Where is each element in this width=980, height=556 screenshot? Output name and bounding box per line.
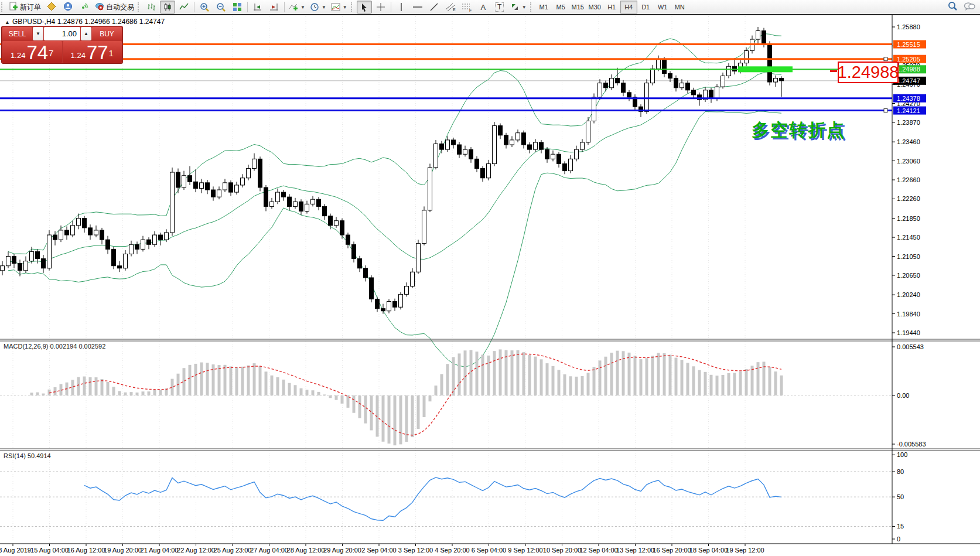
zoom-out-icon [216,2,226,12]
tab-timeframe-w1[interactable]: W1 [654,1,671,13]
tab-timeframe-mn[interactable]: MN [671,1,688,13]
crosshair-icon [376,2,385,12]
candlestick-chart-button[interactable] [160,1,175,13]
svg-text:10 Sep 20:00: 10 Sep 20:00 [543,547,581,554]
tab-timeframe-m15[interactable]: M15 [569,1,586,13]
text-tool-button[interactable]: A [476,1,491,13]
metaeditor-button[interactable] [44,1,59,13]
line-chart-icon [179,2,189,12]
toolbar-separator [247,2,248,12]
line-chart-button[interactable] [176,1,192,13]
trade-panel-collapse-icon[interactable]: ▲ [5,19,10,25]
toolbar-grip [1,2,5,12]
svg-text:1.24378: 1.24378 [897,95,920,102]
text-label-tool-button[interactable]: T [492,1,507,13]
buy-price-display[interactable]: 1.24771 [63,41,122,63]
symbol-period-label: GBPUSD-,H4 [12,18,55,26]
dropdown-arrow-icon: ▼ [343,5,347,10]
pivot-note-text[interactable]: 多空转折点 [752,118,845,142]
crosshair-tool-button[interactable] [373,1,388,13]
tab-timeframe-m30[interactable]: M30 [586,1,603,13]
text-tool-icon: A [480,3,486,12]
chat-icon[interactable] [964,2,975,13]
trendline-tool-button[interactable] [426,1,442,13]
svg-text:22 Aug 12:00: 22 Aug 12:00 [177,547,215,554]
tab-timeframe-h1[interactable]: H1 [603,1,620,13]
volume-increase-button[interactable]: ▲ [81,27,91,40]
bar-chart-button[interactable] [144,1,159,13]
sell-price-sup: 7 [49,45,53,62]
dropdown-arrow-icon: ▼ [322,5,326,10]
tile-windows-button[interactable] [230,1,245,13]
cursor-icon [360,3,368,12]
autotrading-icon [95,2,104,13]
svg-text:12 Sep 04:00: 12 Sep 04:00 [579,547,617,554]
svg-text:-0.005583: -0.005583 [897,441,926,448]
svg-text:1.24747: 1.24747 [897,77,920,84]
svg-text:21 Aug 04:00: 21 Aug 04:00 [141,547,179,554]
dropdown-arrow-icon: ▼ [522,5,527,10]
buy-price-prefix: 1.24 [71,50,86,62]
autotrading-button[interactable]: 自动交易 [93,1,136,13]
signals-icon [80,2,89,13]
buy-button[interactable]: BUY [92,27,122,40]
chart-title: ▲GBPUSD-,H4 1.24876 1.24966 1.24686 1.24… [5,18,165,26]
mt4-window: 新订单 自动交易 ▼ ▼ [0,0,980,556]
auto-scroll-button[interactable] [250,1,265,13]
arrows-tool-button[interactable]: ▼ [508,1,528,13]
volume-decrease-button[interactable]: ▼ [33,27,43,40]
svg-text:1.25205: 1.25205 [897,56,920,63]
sell-price-display[interactable]: 1.24747 [2,41,62,63]
chart-canvas[interactable]: 1.258801.254801.250701.246701.242701.238… [0,15,980,556]
community-icon [63,2,73,13]
svg-text:1.19440: 1.19440 [897,329,920,336]
indicators-button[interactable]: ▼ [287,1,307,13]
horizontal-line-icon [412,2,423,12]
svg-text:1.25515: 1.25515 [897,41,920,48]
svg-text:100: 100 [897,451,907,458]
toolbar-separator [194,2,194,12]
channel-tool-button[interactable]: E [443,1,458,13]
cursor-tool-button[interactable] [357,1,372,13]
svg-text:1.24988: 1.24988 [897,66,920,73]
toolbar-grip [351,2,355,12]
indicators-icon [289,2,298,12]
volume-input[interactable]: 1.00 [44,27,80,40]
sell-price-prefix: 1.24 [11,50,25,62]
tab-timeframe-h4[interactable]: H4 [620,1,637,13]
svg-text:9 Sep 12:00: 9 Sep 12:00 [508,547,542,554]
new-order-button[interactable]: 新订单 [7,1,43,13]
new-order-label: 新订单 [20,2,41,12]
tab-timeframe-d1[interactable]: D1 [637,1,654,13]
search-icon[interactable] [948,1,958,13]
zoom-out-button[interactable] [213,1,228,13]
zoom-in-button[interactable] [197,1,212,13]
community-button[interactable] [60,1,76,13]
svg-text:1.23060: 1.23060 [897,158,920,165]
svg-text:1.25880: 1.25880 [897,23,920,30]
fibonacci-tool-button[interactable]: F [459,1,474,13]
chart-shift-button[interactable] [267,1,282,13]
svg-text:1.21450: 1.21450 [897,234,920,241]
zoom-in-icon [200,2,210,12]
svg-text:1.23460: 1.23460 [897,138,920,145]
sell-button[interactable]: SELL [2,27,32,40]
tab-timeframe-m5[interactable]: M5 [552,1,569,13]
vertical-line-tool-button[interactable] [394,1,409,13]
price-callout-box[interactable]: 1.24988 [838,62,899,83]
ohlc-label: 1.24876 1.24966 1.24686 1.24747 [57,18,165,26]
chart-area[interactable]: 1.258801.254801.250701.246701.242701.238… [0,15,980,556]
svg-text:0.00: 0.00 [897,392,909,399]
templates-button[interactable]: ▼ [329,1,349,13]
tab-timeframe-m1[interactable]: M1 [535,1,552,13]
svg-text:1.23870: 1.23870 [897,119,920,126]
signals-button[interactable] [77,1,92,13]
periods-button[interactable]: ▼ [308,1,328,13]
one-click-trade-panel: SELL ▼ 1.00 ▲ BUY 1.24747 1.24771 [1,26,123,64]
svg-text:28 Aug 12:00: 28 Aug 12:00 [287,547,325,554]
buy-price-sup: 1 [109,45,114,62]
arrows-icon [510,2,520,12]
horizontal-line-tool-button[interactable] [410,1,425,13]
svg-text:50: 50 [897,493,904,500]
toolbar-grip [530,2,534,12]
